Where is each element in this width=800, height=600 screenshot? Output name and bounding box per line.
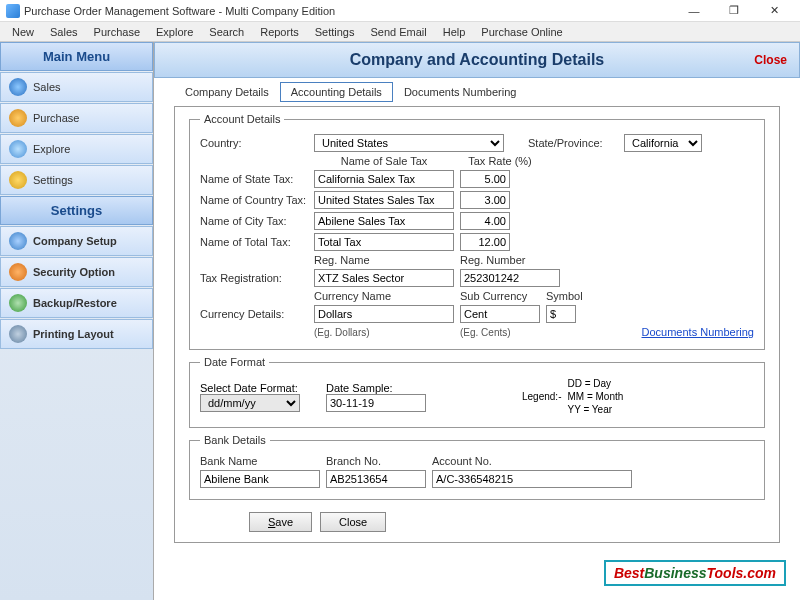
eg-cents: (Eg. Cents) <box>460 327 540 338</box>
branch-input[interactable] <box>326 470 426 488</box>
date-format-select[interactable]: dd/mm/yy <box>200 394 300 412</box>
total-tax-label: Name of Total Tax: <box>200 236 308 248</box>
account-details-fieldset: Account Details Country: United States S… <box>189 113 765 350</box>
maximize-button[interactable]: ❐ <box>714 1 754 21</box>
tab-documents-numbering[interactable]: Documents Numbering <box>393 82 528 102</box>
sidebar-item-label: Printing Layout <box>33 328 114 340</box>
menu-purchaseonline[interactable]: Purchase Online <box>473 24 570 40</box>
titlebar-text: Purchase Order Management Software - Mul… <box>24 5 674 17</box>
sales-icon <box>9 78 27 96</box>
account-header: Account No. <box>432 455 612 467</box>
bank-legend: Bank Details <box>200 434 270 446</box>
city-tax-name-input[interactable] <box>314 212 454 230</box>
titlebar: Purchase Order Management Software - Mul… <box>0 0 800 22</box>
watermark-business: Business <box>644 565 706 581</box>
eg-dollars: (Eg. Dollars) <box>314 327 454 338</box>
select-date-label: Select Date Format: <box>200 382 320 394</box>
window-controls: — ❐ ✕ <box>674 1 794 21</box>
content-header: Company and Accounting Details Close <box>154 42 800 78</box>
menu-explore[interactable]: Explore <box>148 24 201 40</box>
tax-reg-number-input[interactable] <box>460 269 560 287</box>
content-area: Company and Accounting Details Close Com… <box>154 42 800 600</box>
explore-icon <box>9 140 27 158</box>
legend-yy: YY = Year <box>567 403 623 416</box>
branch-header: Branch No. <box>326 455 426 467</box>
security-icon <box>9 263 27 281</box>
menu-new[interactable]: New <box>4 24 42 40</box>
sidebar-main-header: Main Menu <box>0 42 153 71</box>
minimize-button[interactable]: — <box>674 1 714 21</box>
save-button[interactable]: Save <box>249 512 312 532</box>
date-sample-label: Date Sample: <box>326 382 456 394</box>
total-tax-name-input[interactable] <box>314 233 454 251</box>
sidebar-item-sales[interactable]: Sales <box>0 72 153 102</box>
tab-accounting-details[interactable]: Accounting Details <box>280 82 393 102</box>
close-button-bottom[interactable]: Close <box>320 512 386 532</box>
date-format-fieldset: Date Format Select Date Format: dd/mm/yy… <box>189 356 765 428</box>
sidebar-settings-header: Settings <box>0 196 153 225</box>
city-tax-rate-input[interactable] <box>460 212 510 230</box>
button-row: Save Close <box>189 506 765 532</box>
state-label: State/Province: <box>528 137 618 149</box>
state-tax-name-input[interactable] <box>314 170 454 188</box>
bank-name-input[interactable] <box>200 470 320 488</box>
close-button[interactable]: ✕ <box>754 1 794 21</box>
symbol-input[interactable] <box>546 305 576 323</box>
city-tax-label: Name of City Tax: <box>200 215 308 227</box>
watermark-tools: Tools.com <box>707 565 777 581</box>
total-tax-rate-input[interactable] <box>460 233 510 251</box>
sidebar: Main Menu Sales Purchase Explore Setting… <box>0 42 154 600</box>
menu-sales[interactable]: Sales <box>42 24 86 40</box>
currency-name-header: Currency Name <box>314 290 454 302</box>
menu-search[interactable]: Search <box>201 24 252 40</box>
watermark: BestBusinessTools.com <box>604 560 786 586</box>
tab-company-details[interactable]: Company Details <box>174 82 280 102</box>
menu-reports[interactable]: Reports <box>252 24 307 40</box>
currency-name-input[interactable] <box>314 305 454 323</box>
country-label: Country: <box>200 137 308 149</box>
documents-numbering-link[interactable]: Documents Numbering <box>642 326 755 338</box>
menu-settings[interactable]: Settings <box>307 24 363 40</box>
country-select[interactable]: United States <box>314 134 504 152</box>
sidebar-item-company-setup[interactable]: Company Setup <box>0 226 153 256</box>
account-input[interactable] <box>432 470 632 488</box>
sidebar-item-settings[interactable]: Settings <box>0 165 153 195</box>
sidebar-item-label: Backup/Restore <box>33 297 117 309</box>
legend-mm: MM = Month <box>567 390 623 403</box>
sub-currency-input[interactable] <box>460 305 540 323</box>
sidebar-item-printing[interactable]: Printing Layout <box>0 319 153 349</box>
sidebar-item-label: Purchase <box>33 112 79 124</box>
sub-currency-header: Sub Currency <box>460 290 540 302</box>
sidebar-item-label: Security Option <box>33 266 115 278</box>
sidebar-item-purchase[interactable]: Purchase <box>0 103 153 133</box>
page-title: Company and Accounting Details <box>350 51 605 68</box>
sale-tax-header: Name of Sale Tax <box>314 155 454 167</box>
close-link[interactable]: Close <box>754 53 787 67</box>
reg-name-header: Reg. Name <box>314 254 454 266</box>
state-tax-rate-input[interactable] <box>460 170 510 188</box>
sidebar-item-security[interactable]: Security Option <box>0 257 153 287</box>
tax-reg-name-input[interactable] <box>314 269 454 287</box>
menu-sendemail[interactable]: Send Email <box>362 24 434 40</box>
account-legend: Account Details <box>200 113 284 125</box>
menubar: New Sales Purchase Explore Search Report… <box>0 22 800 42</box>
bank-name-header: Bank Name <box>200 455 320 467</box>
state-select[interactable]: California <box>624 134 702 152</box>
country-tax-name-input[interactable] <box>314 191 454 209</box>
country-tax-rate-input[interactable] <box>460 191 510 209</box>
sidebar-item-backup[interactable]: Backup/Restore <box>0 288 153 318</box>
state-tax-label: Name of State Tax: <box>200 173 308 185</box>
date-legend: Date Format <box>200 356 269 368</box>
tax-reg-label: Tax Registration: <box>200 272 308 284</box>
print-icon <box>9 325 27 343</box>
sidebar-item-label: Sales <box>33 81 61 93</box>
sidebar-item-label: Explore <box>33 143 70 155</box>
purchase-icon <box>9 109 27 127</box>
menu-help[interactable]: Help <box>435 24 474 40</box>
sidebar-item-label: Settings <box>33 174 73 186</box>
symbol-header: Symbol <box>546 290 596 302</box>
menu-purchase[interactable]: Purchase <box>86 24 148 40</box>
sidebar-item-label: Company Setup <box>33 235 117 247</box>
date-sample-input[interactable] <box>326 394 426 412</box>
sidebar-item-explore[interactable]: Explore <box>0 134 153 164</box>
